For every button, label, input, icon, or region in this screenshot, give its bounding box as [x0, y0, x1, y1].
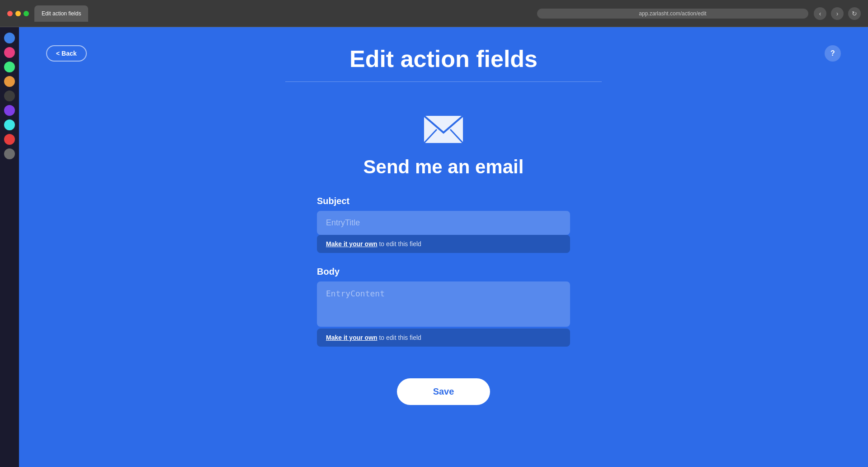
minimize-window-button[interactable] — [15, 11, 21, 16]
page-title: Edit action fields — [349, 45, 538, 72]
help-button[interactable]: ? — [825, 45, 841, 62]
subject-input[interactable] — [317, 211, 570, 235]
sidebar-item-7[interactable] — [4, 134, 15, 145]
subject-label: Subject — [317, 196, 570, 206]
save-button[interactable]: Save — [397, 378, 491, 405]
body-hint-text: to edit this field — [377, 334, 421, 341]
main-content: < Back Edit action fields Send me an ema… — [19, 27, 868, 467]
title-divider — [285, 81, 602, 82]
left-sidebar — [0, 27, 19, 467]
browser-tab-active[interactable]: Edit action fields — [34, 5, 88, 22]
browser-forward-button[interactable]: › — [831, 7, 844, 20]
back-button[interactable]: < Back — [46, 45, 87, 62]
mail-icon — [423, 114, 464, 147]
sidebar-item-0[interactable] — [4, 33, 15, 43]
browser-back-button[interactable]: ‹ — [814, 7, 826, 20]
browser-tabs: Edit action fields — [34, 5, 532, 22]
close-window-button[interactable] — [7, 11, 13, 16]
browser-refresh-button[interactable]: ↻ — [848, 7, 861, 20]
browser-chrome: Edit action fields app.zarlasht.com/acti… — [0, 0, 868, 27]
form-section: Subject Make it your own to edit this fi… — [317, 196, 570, 360]
body-label: Body — [317, 267, 570, 277]
sidebar-item-3[interactable] — [4, 76, 15, 87]
sidebar-item-8[interactable] — [4, 148, 15, 159]
action-label: Send me an email — [363, 156, 524, 178]
email-icon-container — [423, 114, 464, 147]
sidebar-item-2[interactable] — [4, 62, 15, 72]
sidebar-item-6[interactable] — [4, 119, 15, 130]
body-make-it-own-link[interactable]: Make it your own — [326, 334, 377, 341]
address-bar[interactable]: app.zarlasht.com/action/edit — [537, 9, 808, 19]
body-textarea[interactable] — [317, 281, 570, 327]
maximize-window-button[interactable] — [24, 11, 29, 16]
tab-label: Edit action fields — [42, 10, 81, 17]
subject-hint-text: to edit this field — [377, 240, 421, 248]
subject-make-it-own-link[interactable]: Make it your own — [326, 240, 377, 248]
browser-action-buttons: ‹ › ↻ — [814, 7, 861, 20]
body-hint-bar: Make it your own to edit this field — [317, 329, 570, 347]
sidebar-item-1[interactable] — [4, 47, 15, 58]
subject-hint-bar: Make it your own to edit this field — [317, 235, 570, 253]
sidebar-item-4[interactable] — [4, 91, 15, 101]
sidebar-item-5[interactable] — [4, 105, 15, 116]
browser-window-controls — [7, 11, 29, 16]
